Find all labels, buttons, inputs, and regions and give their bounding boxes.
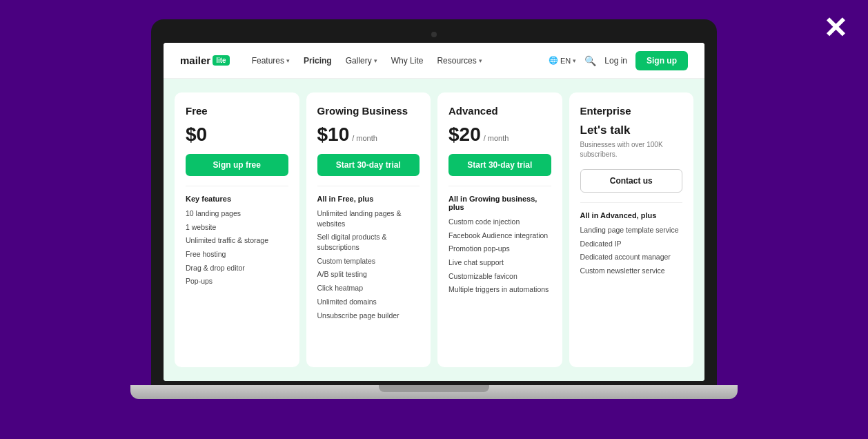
feature-enterprise-1: Landing page template service <box>580 225 683 235</box>
plan-card-enterprise: Enterprise Let's talk Businesses with ov… <box>569 92 694 367</box>
features-label-enterprise: All in Advanced, plus <box>580 211 683 220</box>
cta-growing-button[interactable]: Start 30-day trial <box>317 154 420 176</box>
nav-item-whylite[interactable]: Why Lite <box>391 56 424 66</box>
price-amount-free: $0 <box>186 124 207 146</box>
plan-price-free: $0 <box>186 124 288 146</box>
nav-right: 🌐 EN ▾ 🔍 Log in Sign up <box>549 51 688 70</box>
laptop-camera <box>431 32 437 37</box>
feature-free-6: Pop-ups <box>186 276 288 286</box>
globe-icon: 🌐 <box>549 56 558 65</box>
feature-growing-3: Custom templates <box>317 256 420 266</box>
plan-card-advanced: Advanced $20 / month Start 30-day trial … <box>437 92 562 367</box>
chevron-down-icon-3: ▾ <box>479 57 482 64</box>
feature-enterprise-2: Dedicated IP <box>580 239 683 249</box>
plan-name-growing: Growing Business <box>317 105 420 117</box>
nav-item-pricing[interactable]: Pricing <box>304 56 332 66</box>
chevron-down-icon-2: ▾ <box>374 57 377 64</box>
plan-price-advanced: $20 / month <box>448 124 551 146</box>
features-label-advanced: All in Growing business, plus <box>448 195 551 211</box>
feature-growing-5: Click heatmap <box>317 283 420 293</box>
nav-pricing-label: Pricing <box>304 56 332 66</box>
lang-chevron-icon: ▾ <box>573 57 576 64</box>
plan-divider-enterprise <box>580 202 683 203</box>
features-label-growing: All in Free, plus <box>317 195 420 203</box>
plan-name-free: Free <box>186 105 288 117</box>
nav-item-features[interactable]: Features ▾ <box>252 56 290 66</box>
laptop-container: mailer lite Features ▾ Pricing Gallery <box>151 19 717 420</box>
plan-divider-free <box>186 186 288 186</box>
nav-resources-label: Resources <box>437 56 476 66</box>
plan-name-advanced: Advanced <box>448 105 551 117</box>
feature-growing-2: Sell digital products & subscriptions <box>317 232 420 252</box>
cta-enterprise-button[interactable]: Contact us <box>580 169 683 193</box>
feature-growing-6: Unlimited domains <box>317 297 420 307</box>
features-label-free: Key features <box>186 195 288 203</box>
chevron-down-icon: ▾ <box>286 57 290 64</box>
feature-advanced-5: Customizable favicon <box>448 271 551 282</box>
plan-price-growing: $10 / month <box>317 124 420 146</box>
nav-features-label: Features <box>252 56 284 66</box>
search-icon[interactable]: 🔍 <box>584 55 596 66</box>
enterprise-subtitle: Businesses with over 100K subscribers. <box>580 140 683 159</box>
price-period-advanced: / month <box>484 134 509 142</box>
feature-advanced-4: Live chat support <box>448 257 551 268</box>
nav-gallery-label: Gallery <box>346 56 372 66</box>
nav-item-gallery[interactable]: Gallery ▾ <box>346 56 377 66</box>
feature-growing-4: A/B split testing <box>317 269 420 280</box>
feature-growing-1: Unlimited landing pages & websites <box>317 208 420 228</box>
enterprise-talk-heading: Let's talk <box>580 124 683 137</box>
login-button[interactable]: Log in <box>604 56 627 66</box>
feature-enterprise-3: Dedicated account manager <box>580 252 683 262</box>
cta-advanced-button[interactable]: Start 30-day trial <box>448 154 551 176</box>
laptop-base <box>130 385 738 399</box>
nav-whylite-label: Why Lite <box>391 56 424 66</box>
feature-enterprise-4: Custom newsletter service <box>580 266 683 276</box>
price-amount-growing: $10 <box>317 124 350 146</box>
x-logo-icon: ✕ <box>823 14 847 43</box>
lang-label: EN <box>560 57 571 65</box>
plan-divider-advanced <box>448 186 551 186</box>
feature-free-3: Unlimited traffic & storage <box>186 235 288 246</box>
logo-mailer-text: mailer <box>180 55 210 66</box>
logo-lite-badge: lite <box>213 55 229 66</box>
plan-name-enterprise: Enterprise <box>580 105 683 117</box>
nav-item-resources[interactable]: Resources ▾ <box>437 56 482 66</box>
feature-free-4: Free hosting <box>186 249 288 260</box>
signup-button[interactable]: Sign up <box>635 51 688 70</box>
logo[interactable]: mailer lite <box>180 55 230 66</box>
feature-advanced-2: Facebook Audience integration <box>448 231 551 241</box>
nav-links: Features ▾ Pricing Gallery ▾ Why Lite <box>252 56 549 66</box>
feature-advanced-1: Custom code injection <box>448 217 551 227</box>
laptop-screen: mailer lite Features ▾ Pricing Gallery <box>164 43 704 381</box>
plan-card-growing: Growing Business $10 / month Start 30-da… <box>306 92 431 367</box>
feature-free-1: 10 landing pages <box>186 208 288 219</box>
price-period-growing: / month <box>352 134 377 142</box>
plan-divider-growing <box>317 186 420 186</box>
language-selector[interactable]: 🌐 EN ▾ <box>549 56 576 65</box>
laptop-body: mailer lite Features ▾ Pricing Gallery <box>151 19 717 385</box>
feature-free-2: 1 website <box>186 222 288 233</box>
feature-free-5: Drag & drop editor <box>186 263 288 273</box>
feature-growing-7: Unsubscribe page builder <box>317 311 420 321</box>
pricing-section: Free $0 Sign up free Key features 10 lan… <box>164 79 704 381</box>
price-amount-advanced: $20 <box>448 124 481 146</box>
pricing-grid: Free $0 Sign up free Key features 10 lan… <box>175 92 693 367</box>
navbar: mailer lite Features ▾ Pricing Gallery <box>164 43 704 79</box>
cta-free-button[interactable]: Sign up free <box>186 154 288 176</box>
feature-advanced-6: Multiple triggers in automations <box>448 284 551 295</box>
feature-advanced-3: Promotion pop-ups <box>448 244 551 254</box>
plan-card-free: Free $0 Sign up free Key features 10 lan… <box>175 92 299 367</box>
